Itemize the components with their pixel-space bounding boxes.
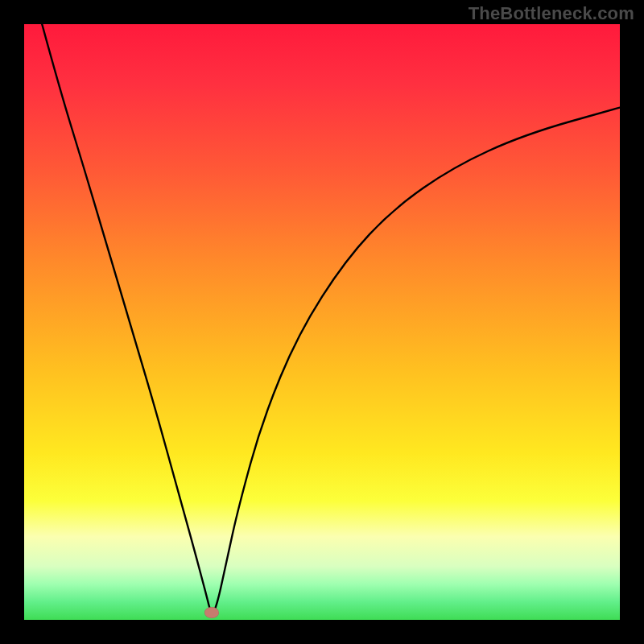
optimal-point-marker bbox=[204, 607, 219, 618]
plot-area bbox=[24, 24, 620, 620]
watermark-text: TheBottleneck.com bbox=[469, 3, 634, 24]
chart-frame: TheBottleneck.com bbox=[0, 0, 644, 644]
bottleneck-curve bbox=[24, 24, 620, 620]
